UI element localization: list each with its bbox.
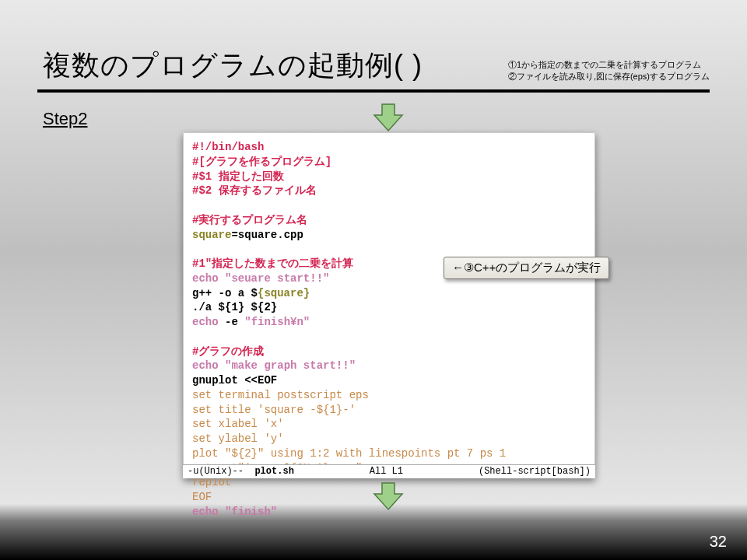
code-blank (192, 330, 586, 345)
code-line: echo -e "finish¥n" (192, 315, 586, 330)
page-number: 32 (710, 533, 727, 551)
editor-status-bar: -u(Unix)-- plot.sh All L1 (Shell-script[… (183, 464, 595, 478)
status-left: -u(Unix)-- plot.sh (188, 465, 294, 478)
code-line: #$1 指定した回数 (192, 170, 586, 184)
code-line: set xlabel 'x' (192, 417, 586, 432)
svg-marker-1 (374, 483, 402, 509)
code-line: #[グラフを作るプログラム] (192, 155, 586, 170)
code-line: echo "make graph start!!" (192, 359, 586, 373)
step-heading: Step2 (43, 109, 88, 129)
callout-box: ←③C++のプログラムが実行 (444, 257, 609, 279)
arrow-down-bottom-icon (371, 480, 405, 514)
slide: 複数のプログラムの起動例( ) ①1から指定の数までの二乗を計算するプログラム … (0, 0, 747, 560)
code-line: #グラフの作成 (192, 345, 586, 359)
code-line: #$2 保存するファイル名 (192, 184, 586, 198)
subtitle-line-1: ①1から指定の数までの二乗を計算するプログラム (508, 59, 710, 71)
code-blank (192, 242, 586, 257)
title-row: 複数のプログラムの起動例( ) ①1から指定の数までの二乗を計算するプログラム … (43, 47, 710, 85)
code-card: #!/bin/bash #[グラフを作るプログラム] #$1 指定した回数 #$… (183, 132, 595, 478)
code-blank (192, 198, 586, 213)
code-line: set title 'square -${1}-' (192, 403, 586, 418)
code-line: set terminal postscript eps (192, 388, 586, 403)
code-line: #!/bin/bash (192, 140, 586, 155)
status-right: (Shell-script[bash]) (479, 465, 591, 478)
code-line: square=square.cpp (192, 228, 586, 243)
subtitle-line-2: ②ファイルを読み取り,図に保存(eps)するプログラム (508, 71, 710, 82)
code-line: plot "${2}" using 1:2 with linespoints p… (192, 446, 586, 461)
code-line: gnuplot <<EOF (192, 373, 586, 388)
code-line: ./a ${1} ${2} (192, 300, 586, 315)
status-mid: All L1 (370, 465, 403, 478)
slide-title: 複数のプログラムの起動例( ) (43, 47, 423, 85)
code-line: g++ -o a ${square} (192, 286, 586, 301)
svg-marker-0 (374, 104, 402, 131)
slide-subtitle: ①1から指定の数までの二乗を計算するプログラム ②ファイルを読み取り,図に保存(… (508, 59, 710, 85)
title-rule (37, 89, 710, 93)
arrow-down-top-icon (371, 101, 405, 135)
code-line: set ylabel 'y' (192, 432, 586, 446)
code-line: #実行するプログラム名 (192, 213, 586, 228)
